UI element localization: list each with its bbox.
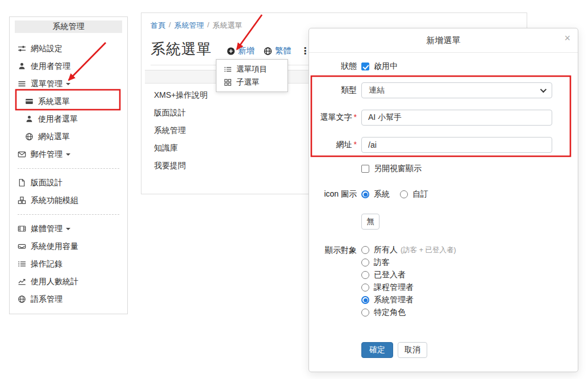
audience-logged-in-radio[interactable]: [361, 271, 369, 279]
menu-text-input[interactable]: [361, 110, 552, 126]
sidebar-item-storage-capacity[interactable]: 系統使用容量: [18, 238, 123, 255]
globe-icon: [264, 47, 272, 55]
audience-everyone-radio[interactable]: [361, 246, 369, 254]
sidebar-item-user-management[interactable]: 使用者管理: [18, 57, 123, 75]
modal-footer: 確定 取消: [309, 342, 578, 358]
icon-system-radio[interactable]: [361, 190, 369, 198]
dropdown-item-label: 選單項目: [236, 64, 267, 74]
breadcrumb-separator: /: [207, 20, 210, 31]
audience-options: 所有人 (訪客 + 已登入者) 訪客 已登入者 課程管理者 系統管理: [361, 244, 456, 319]
audience-option-logged-in: 已登入者: [361, 269, 456, 281]
audience-option-course-admin: 課程管理者: [361, 281, 456, 294]
sidebar-item-mail-management[interactable]: 郵件管理: [18, 145, 123, 163]
status-row: 狀態 啟用中: [309, 61, 578, 72]
audience-everyone-hint: (訪客 + 已登入者): [401, 245, 456, 255]
sidebar-item-user-menu[interactable]: 使用者選單: [18, 110, 123, 128]
type-select-value: 連結: [369, 85, 385, 95]
caret-down-icon: [66, 228, 70, 230]
icon-none-row: 無: [309, 214, 578, 230]
icon-system-label: 系統: [374, 189, 390, 199]
sidebar-title: 系統管理: [15, 20, 122, 33]
sidebar-item-layout-design[interactable]: 版面設計: [18, 174, 123, 191]
media-icon: [18, 224, 26, 233]
close-icon[interactable]: ×: [564, 33, 570, 43]
add-button[interactable]: 新增: [227, 45, 255, 56]
chevron-down-icon: [540, 86, 547, 93]
drive-icon: [18, 242, 26, 251]
sidebar-item-site-settings[interactable]: 網站設定: [18, 40, 123, 57]
menu-text-label: 選單文字*: [309, 113, 357, 123]
sidebar-item-label: 操作記錄: [31, 259, 62, 269]
modal-header: 新增選單 ×: [309, 28, 578, 53]
sidebar-item-label: 系統選單: [38, 97, 70, 107]
sidebar-item-label: 網站選單: [38, 132, 70, 142]
sidebar-nav: 網站設定 使用者管理 選單管理 系統選單 使用者選單 網站選單: [10, 33, 127, 308]
status-control: 啟用中: [361, 61, 398, 72]
chart-line-icon: [18, 277, 26, 286]
breadcrumb-current: 系統選單: [212, 20, 242, 31]
sidebar: 系統管理 網站設定 使用者管理 選單管理 系統選單 使用者選單: [9, 16, 128, 314]
status-checkbox[interactable]: [361, 63, 369, 70]
cancel-button[interactable]: 取消: [398, 342, 427, 358]
file-icon: [18, 178, 26, 187]
audience-guest-radio[interactable]: [361, 259, 369, 266]
audience-option-system-admin: 系統管理者: [361, 294, 456, 306]
hamburger-icon: [18, 80, 26, 88]
plus-circle-icon: [227, 47, 235, 55]
menu-text-row: 選單文字*: [309, 110, 578, 126]
audience-specific-role-radio[interactable]: [361, 309, 369, 316]
audience-option-specific-role: 特定角色: [361, 306, 456, 319]
add-menu-modal: 新增選單 × 狀態 啟用中 類型 連結 選單文字* 網址*: [308, 28, 578, 372]
type-row: 類型 連結: [309, 82, 578, 98]
audience-course-admin-radio[interactable]: [361, 284, 369, 291]
globe-icon: [25, 132, 34, 141]
caret-down-icon: [66, 83, 70, 85]
new-window-row: 另開視窗顯示: [309, 164, 578, 174]
type-label: 類型: [309, 85, 357, 95]
url-label: 網址*: [309, 140, 357, 150]
list-icon: [18, 260, 26, 268]
icon-custom-radio[interactable]: [400, 190, 408, 198]
dropdown-item-submenu[interactable]: 子選單: [216, 76, 287, 89]
add-dropdown-menu: 選單項目 子選單: [216, 59, 288, 92]
new-window-label: 另開視窗顯示: [374, 164, 422, 174]
icon-options: 系統 自訂: [361, 189, 428, 199]
sidebar-item-label: 系統使用容量: [31, 241, 78, 252]
icon-custom-label: 自訂: [412, 189, 428, 199]
dropdown-item-label: 子選單: [236, 77, 260, 88]
sliders-icon: [18, 44, 26, 53]
grid-icon: [223, 78, 232, 86]
sidebar-divider: [18, 168, 119, 169]
cubes-icon: [18, 196, 26, 205]
new-window-checkbox[interactable]: [361, 165, 369, 173]
sidebar-item-usage-statistics[interactable]: 使用人數統計: [18, 273, 123, 290]
add-button-label: 新增: [238, 45, 255, 56]
dropdown-item-menu-item[interactable]: 選單項目: [216, 63, 287, 76]
sidebar-item-label: 選單管理: [31, 79, 62, 89]
icon-none-button[interactable]: 無: [361, 214, 380, 230]
language-button-label: 繁體: [275, 45, 291, 56]
sidebar-item-label: 網站設定: [31, 44, 62, 54]
breadcrumb-home[interactable]: 首頁: [151, 20, 165, 31]
breadcrumb-system-management[interactable]: 系統管理: [174, 20, 204, 31]
user-icon: [18, 62, 26, 70]
confirm-button[interactable]: 確定: [361, 342, 393, 358]
page-title: 系統選單: [151, 39, 212, 59]
caret-down-icon: [66, 153, 70, 156]
audience-system-admin-radio[interactable]: [361, 296, 369, 304]
mail-icon: [18, 150, 26, 159]
sidebar-item-media-management[interactable]: 媒體管理: [18, 220, 123, 238]
sidebar-item-operation-log[interactable]: 操作記錄: [18, 255, 123, 273]
sidebar-item-label: 版面設計: [31, 178, 62, 188]
sidebar-item-label: 語系管理: [31, 294, 62, 305]
url-input[interactable]: [361, 137, 552, 153]
audience-option-everyone: 所有人 (訪客 + 已登入者): [361, 244, 456, 256]
sidebar-item-system-menu[interactable]: 系統選單: [18, 93, 123, 110]
sidebar-item-system-modules[interactable]: 系統功能模組: [18, 191, 123, 209]
type-select[interactable]: 連結: [361, 82, 552, 98]
sidebar-item-language-management[interactable]: 語系管理: [18, 290, 123, 308]
sidebar-divider: [18, 214, 119, 215]
sidebar-item-menu-management[interactable]: 選單管理: [18, 75, 123, 93]
sidebar-item-site-menu[interactable]: 網站選單: [18, 128, 123, 145]
language-button[interactable]: 繁體: [264, 45, 291, 56]
